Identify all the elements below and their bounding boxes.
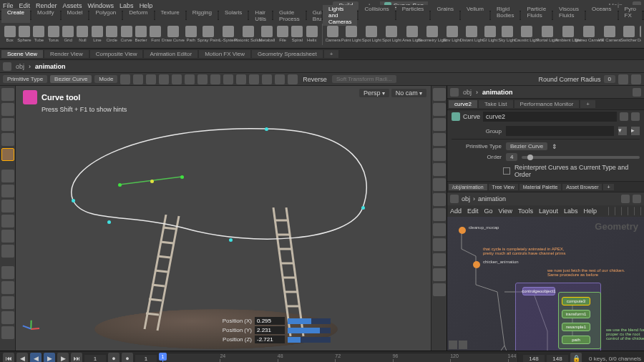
- display-f-icon[interactable]: [433, 163, 446, 176]
- net-icon-a[interactable]: [608, 207, 609, 215]
- shelf-tool[interactable]: Null: [76, 21, 89, 47]
- mode-g-icon[interactable]: [236, 74, 246, 84]
- mode-tweak-icon[interactable]: [146, 74, 156, 84]
- curve-handle[interactable]: [180, 175, 184, 179]
- net-history-icon[interactable]: [450, 195, 459, 203]
- shelf-tool[interactable]: Metaball: [259, 21, 275, 47]
- select-tool-icon[interactable]: [1, 88, 14, 101]
- nm-tools[interactable]: Tools: [518, 207, 533, 215]
- tab[interactable]: Composite View: [90, 50, 143, 58]
- nm-add[interactable]: Add: [450, 207, 462, 215]
- persp-dropdown[interactable]: Persp ▾: [359, 89, 389, 97]
- key-next-button[interactable]: ●: [122, 353, 133, 362]
- path-history-icon[interactable]: [3, 62, 11, 71]
- round-corner-value[interactable]: 0: [604, 75, 615, 83]
- pos-x-value[interactable]: 0.295: [255, 317, 285, 325]
- tab[interactable]: Geometry Spreadsheet: [252, 50, 323, 58]
- tab[interactable]: Create: [1, 9, 30, 23]
- shading-e-icon[interactable]: [1, 326, 14, 339]
- step-fwd-button[interactable]: ▶: [57, 353, 69, 362]
- handle-tool-icon[interactable]: [1, 148, 14, 161]
- goto-start-button[interactable]: ⏮: [3, 353, 14, 362]
- node-block[interactable]: transform1: [562, 310, 590, 318]
- param-crumb-current[interactable]: animation: [482, 89, 513, 96]
- shelf-tool[interactable]: Spiral: [291, 21, 304, 47]
- display-d-icon[interactable]: [433, 133, 446, 146]
- tab[interactable]: Guide Process: [273, 9, 306, 23]
- curve-point[interactable]: [229, 238, 233, 242]
- shelf-tool[interactable]: Grid: [61, 21, 74, 47]
- network-tab[interactable]: +: [603, 184, 613, 190]
- shelf-tool[interactable]: Circle: [105, 21, 119, 47]
- shelf-tool[interactable]: Env Light: [443, 21, 461, 47]
- display-j-icon[interactable]: [433, 223, 446, 236]
- shelf-tool[interactable]: Spray Paint: [198, 21, 218, 47]
- global-end[interactable]: 148: [547, 355, 568, 363]
- group-menu-icon[interactable]: ▾: [618, 127, 627, 135]
- tab[interactable]: Scene View: [1, 50, 43, 58]
- shelf-tool[interactable]: VR Camera: [600, 21, 620, 47]
- tab[interactable]: Texture: [155, 9, 185, 23]
- primtype-dropdown[interactable]: Bezier Curve: [50, 75, 92, 83]
- snap-f-icon[interactable]: [1, 245, 14, 258]
- shelf-tool[interactable]: Portal Light: [537, 21, 557, 47]
- display-n-icon[interactable]: [433, 283, 446, 296]
- tab[interactable]: Solaris: [219, 9, 248, 23]
- network-tab[interactable]: Material Palette: [519, 184, 562, 190]
- network-tab[interactable]: Tree View: [489, 184, 518, 190]
- shelf-tool[interactable]: Camera: [326, 21, 341, 47]
- playhead[interactable]: 1: [162, 353, 163, 362]
- mode-h-icon[interactable]: [249, 74, 259, 84]
- shelf-tool[interactable]: Helix: [305, 21, 318, 47]
- pos-y-value[interactable]: 2.231: [255, 326, 285, 334]
- shelf-tool[interactable]: L-System: [219, 21, 237, 47]
- shelf-tool[interactable]: Ambient Light: [558, 21, 578, 47]
- tab[interactable]: Deform: [123, 9, 153, 23]
- shelf-tool[interactable]: Line: [90, 21, 104, 47]
- node-block[interactable]: path: [562, 336, 590, 344]
- help-icon[interactable]: [631, 112, 640, 121]
- tab[interactable]: Render View: [44, 50, 89, 58]
- mode-k-icon[interactable]: [288, 74, 298, 84]
- pos-z-slider[interactable]: [288, 337, 331, 343]
- nm-view[interactable]: View: [499, 207, 512, 215]
- order-slider[interactable]: [522, 156, 640, 159]
- shelf-tool[interactable]: Box: [3, 21, 16, 47]
- tab[interactable]: curve2: [449, 100, 477, 108]
- node-dot[interactable]: [473, 261, 480, 268]
- shelf-tool[interactable]: Caustic Light: [517, 21, 537, 47]
- net-opt-b-icon[interactable]: [633, 195, 641, 203]
- curve-handle[interactable]: [118, 183, 122, 187]
- shelf-tool[interactable]: Platonic Solids: [238, 21, 258, 47]
- mode-d-icon[interactable]: [197, 74, 208, 84]
- pos-z-value[interactable]: -2.721: [255, 336, 285, 343]
- param-crumb-obj[interactable]: obj: [463, 89, 472, 96]
- display-l-icon[interactable]: [433, 253, 446, 266]
- network-tab[interactable]: Asset Browser: [562, 184, 602, 190]
- nm-labs[interactable]: Labs: [564, 207, 578, 215]
- lock-icon[interactable]: 🔒: [570, 353, 582, 362]
- net-crumb-obj[interactable]: obj: [462, 195, 470, 202]
- shelf-tool[interactable]: Curve: [119, 21, 133, 47]
- curve-point-selected[interactable]: [150, 180, 154, 183]
- display-g-icon[interactable]: [433, 178, 446, 191]
- curve-point[interactable]: [107, 220, 111, 224]
- param-history-icon[interactable]: [450, 88, 459, 97]
- mode-a-icon[interactable]: [159, 74, 169, 84]
- mode-j-icon[interactable]: [275, 74, 285, 84]
- path-crumb-current[interactable]: animation: [35, 63, 66, 70]
- tab[interactable]: Polygon: [89, 9, 122, 23]
- display-m-icon[interactable]: [433, 268, 446, 281]
- shelf-tool[interactable]: Distant Light: [462, 21, 482, 47]
- nm-help[interactable]: Help: [583, 207, 597, 215]
- shelf-tool[interactable]: Bezier: [134, 21, 147, 47]
- tab[interactable]: Motion FX View: [199, 50, 250, 58]
- opt-tool-b-icon[interactable]: [631, 74, 641, 84]
- shading-a-icon[interactable]: [1, 266, 14, 279]
- shelf-tool[interactable]: Switcher: [620, 21, 637, 47]
- shelf-tool[interactable]: Geometry Light: [422, 21, 442, 47]
- range-start[interactable]: 1: [135, 355, 157, 363]
- step-back-button[interactable]: ◀: [16, 353, 28, 362]
- shelf-tool[interactable]: Point Light: [341, 21, 361, 47]
- display-c-icon[interactable]: [433, 118, 446, 131]
